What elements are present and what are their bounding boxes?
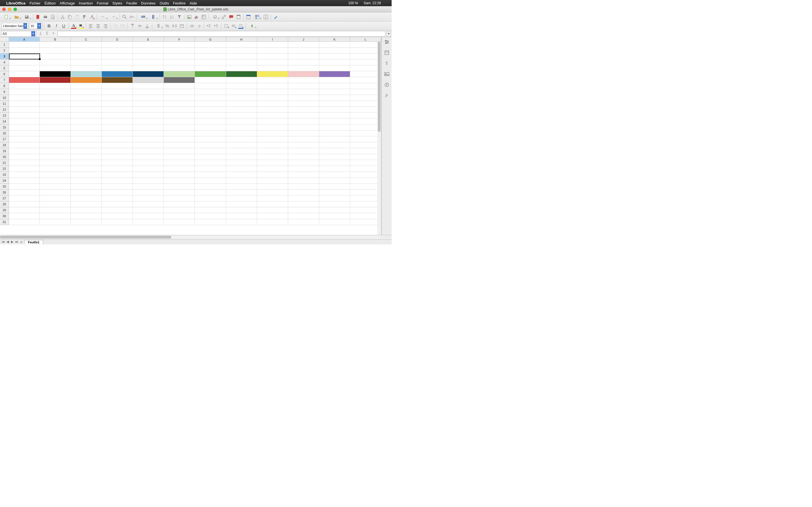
cell[interactable]	[133, 160, 164, 166]
cell[interactable]	[71, 154, 102, 160]
cell[interactable]	[133, 124, 164, 130]
cell[interactable]	[257, 101, 288, 107]
cell[interactable]	[288, 166, 319, 172]
cell[interactable]	[164, 101, 195, 107]
clock[interactable]: Sam. 22:29	[364, 1, 381, 5]
percent-button[interactable]: %	[164, 22, 170, 29]
cell[interactable]	[133, 89, 164, 95]
cell[interactable]	[9, 107, 40, 113]
cell[interactable]	[9, 77, 40, 83]
cell[interactable]	[319, 83, 350, 89]
row-header[interactable]: 18	[0, 142, 9, 148]
wrap-text-button[interactable]	[112, 22, 119, 29]
cell[interactable]	[350, 119, 381, 124]
cell[interactable]	[40, 148, 71, 154]
cell[interactable]	[226, 154, 257, 160]
cell[interactable]	[226, 89, 257, 95]
cell[interactable]	[102, 107, 133, 113]
cell[interactable]	[71, 213, 102, 219]
cell[interactable]	[102, 89, 133, 95]
cell[interactable]	[226, 213, 257, 219]
cell[interactable]	[9, 119, 40, 124]
cell[interactable]	[164, 71, 195, 77]
column-header[interactable]: G	[195, 37, 226, 41]
bold-button[interactable]: B	[46, 22, 52, 29]
row-header[interactable]: 6	[0, 71, 9, 77]
special-char-button[interactable]: Ω	[210, 13, 220, 20]
cell[interactable]	[226, 195, 257, 202]
cell[interactable]	[226, 142, 257, 148]
column-header[interactable]: H	[226, 37, 257, 41]
cell[interactable]	[40, 142, 71, 148]
cell[interactable]	[257, 42, 288, 48]
cell[interactable]	[133, 113, 164, 119]
row-header[interactable]: 22	[0, 166, 9, 172]
cell[interactable]	[195, 95, 226, 101]
cell[interactable]	[350, 65, 381, 71]
cell[interactable]	[350, 202, 381, 207]
sidebar-functions-icon[interactable]: fx	[383, 92, 391, 99]
cell[interactable]	[319, 178, 350, 184]
row-header[interactable]: 2	[0, 48, 9, 54]
cell[interactable]	[9, 202, 40, 207]
cell[interactable]	[102, 71, 133, 77]
cell[interactable]	[319, 89, 350, 95]
cell[interactable]	[40, 178, 71, 184]
spellcheck-button[interactable]: Abc	[129, 13, 135, 20]
cell[interactable]	[350, 189, 381, 195]
cell[interactable]	[102, 195, 133, 202]
menu-styles[interactable]: Styles	[112, 1, 122, 5]
cell[interactable]	[257, 178, 288, 184]
sidebar-properties-icon[interactable]	[383, 49, 391, 56]
cell[interactable]	[102, 178, 133, 184]
cell[interactable]	[9, 136, 40, 142]
cell[interactable]	[133, 136, 164, 142]
cell[interactable]	[350, 207, 381, 213]
tab-last-button[interactable]: ⏭	[15, 240, 18, 244]
cell[interactable]	[133, 83, 164, 89]
cell[interactable]	[102, 219, 133, 225]
cell[interactable]	[71, 130, 102, 136]
cell[interactable]	[319, 71, 350, 77]
cell[interactable]	[350, 48, 381, 54]
menu-fenetre[interactable]: Fenêtre	[173, 1, 186, 5]
cell[interactable]	[350, 54, 381, 59]
cell[interactable]	[319, 154, 350, 160]
cell[interactable]	[133, 148, 164, 154]
cell[interactable]	[319, 77, 350, 83]
cell[interactable]	[40, 54, 71, 59]
cell[interactable]	[40, 77, 71, 83]
window-close-button[interactable]	[2, 8, 6, 11]
row-button[interactable]	[139, 13, 148, 20]
cell[interactable]	[164, 207, 195, 213]
font-size-combo[interactable]: 10 ▼	[29, 23, 43, 29]
cell[interactable]	[40, 113, 71, 119]
cell[interactable]	[350, 166, 381, 172]
cell[interactable]	[288, 65, 319, 71]
cell[interactable]	[288, 189, 319, 195]
cell[interactable]	[164, 119, 195, 124]
cell[interactable]	[257, 71, 288, 77]
cell[interactable]	[195, 54, 226, 59]
cell[interactable]	[319, 189, 350, 195]
cell[interactable]	[288, 113, 319, 119]
cell[interactable]	[257, 207, 288, 213]
cell[interactable]	[164, 189, 195, 195]
cell[interactable]	[226, 130, 257, 136]
align-left-button[interactable]	[87, 22, 94, 29]
cell[interactable]	[319, 95, 350, 101]
cell[interactable]	[71, 113, 102, 119]
menu-format[interactable]: Format	[97, 1, 108, 5]
cell[interactable]	[257, 213, 288, 219]
select-all-corner[interactable]	[0, 37, 9, 41]
cell[interactable]	[40, 119, 71, 124]
sort-desc-button[interactable]	[168, 13, 175, 20]
cell[interactable]	[102, 142, 133, 148]
cell[interactable]	[257, 54, 288, 59]
cell[interactable]	[40, 42, 71, 48]
decrease-indent-button[interactable]	[206, 22, 212, 29]
cell[interactable]	[9, 178, 40, 184]
cell[interactable]	[350, 42, 381, 48]
cell[interactable]	[71, 65, 102, 71]
cell[interactable]	[257, 77, 288, 83]
